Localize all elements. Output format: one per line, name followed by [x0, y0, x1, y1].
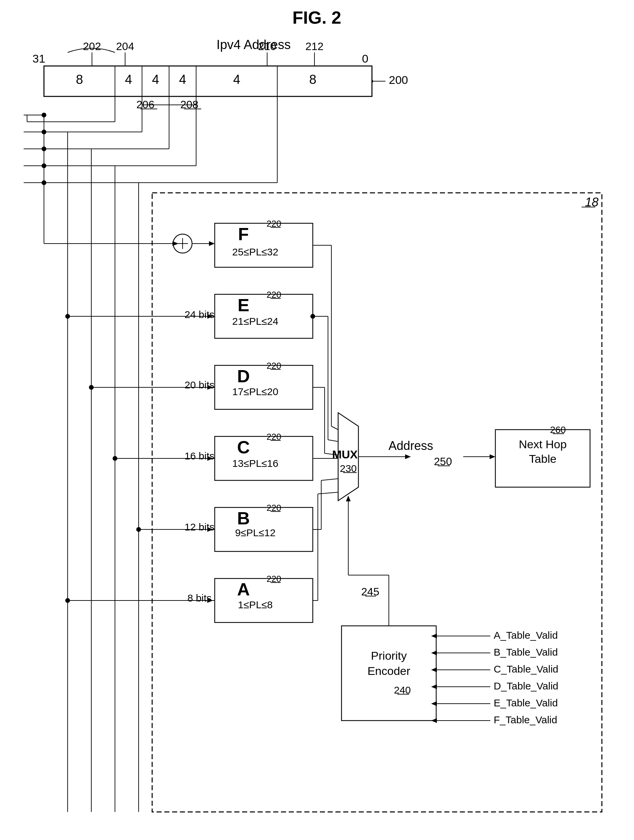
priority-encoder-label-1: Priority [371, 649, 407, 662]
signal-B-label: B_Table_Valid [494, 646, 558, 658]
ref-204: 204 [116, 40, 134, 52]
ref-212: 212 [305, 40, 323, 52]
block-C-label: C [237, 437, 250, 457]
signal-E-label: E_Table_Valid [494, 697, 558, 708]
block-B-label: B [237, 508, 250, 528]
seg-4a: 4 [125, 73, 132, 87]
svg-line-82 [331, 426, 338, 429]
seg-4d: 4 [233, 73, 240, 87]
svg-point-78 [65, 598, 70, 603]
next-hop-table-label-1: Next Hop [519, 438, 567, 451]
mux-label: MUX [332, 448, 358, 461]
svg-marker-48 [172, 241, 178, 246]
block-E-label: E [238, 295, 249, 315]
bits-12-label: 12 bits [185, 521, 214, 532]
block-D-cond: 17≤PL≤20 [232, 386, 278, 397]
svg-line-85 [328, 440, 338, 442]
block-A-label: A [237, 579, 250, 599]
block-A-cond: 1≤PL≤8 [238, 599, 273, 610]
next-hop-table-label-2: Table [529, 452, 556, 465]
seg-8a: 8 [76, 73, 83, 87]
bits-16-label: 16 bits [185, 450, 214, 461]
block-F-cond: 25≤PL≤32 [232, 246, 278, 257]
block-F [215, 223, 313, 267]
svg-marker-98 [405, 454, 411, 459]
block-C-cond: 13≤PL≤16 [232, 458, 278, 469]
ref-210: 210 [258, 40, 276, 52]
signal-F-label: F_Table_Valid [494, 714, 557, 725]
ref-202: 202 [83, 40, 101, 52]
ipv4-register-box [44, 66, 372, 96]
ref-200: 200 [389, 73, 408, 86]
address-label: Address [388, 439, 433, 453]
figure-title: FIG. 2 [292, 8, 341, 27]
svg-marker-45 [209, 241, 215, 246]
bits-24-label: 24 bits [185, 309, 214, 320]
svg-line-93 [321, 479, 338, 480]
block-D-label: D [237, 366, 250, 386]
svg-marker-101 [490, 454, 495, 459]
block-E-cond: 21≤PL≤24 [232, 316, 278, 327]
seg-4c: 4 [179, 73, 186, 87]
signal-C-label: C_Table_Valid [494, 663, 558, 674]
seg-4b: 4 [152, 73, 159, 87]
svg-marker-107 [346, 496, 351, 501]
svg-point-86 [311, 314, 315, 319]
block-B-cond: 9≤PL≤12 [235, 527, 276, 538]
seg-8b: 8 [309, 73, 316, 87]
signal-A-label: A_Table_Valid [494, 630, 558, 641]
block-F-label: F [238, 224, 249, 244]
diagram-container: FIG. 2 Ipv4 Address 31 0 202 204 210 212… [0, 0, 634, 840]
bit-31-label: 31 [33, 52, 45, 65]
priority-encoder-label-2: Encoder [367, 665, 410, 677]
bits-20-label: 20 bits [185, 379, 214, 390]
signal-D-label: D_Table_Valid [494, 681, 558, 692]
bit-0-label: 0 [362, 52, 369, 65]
ipv4-address-label: Ipv4 Address [216, 38, 291, 52]
